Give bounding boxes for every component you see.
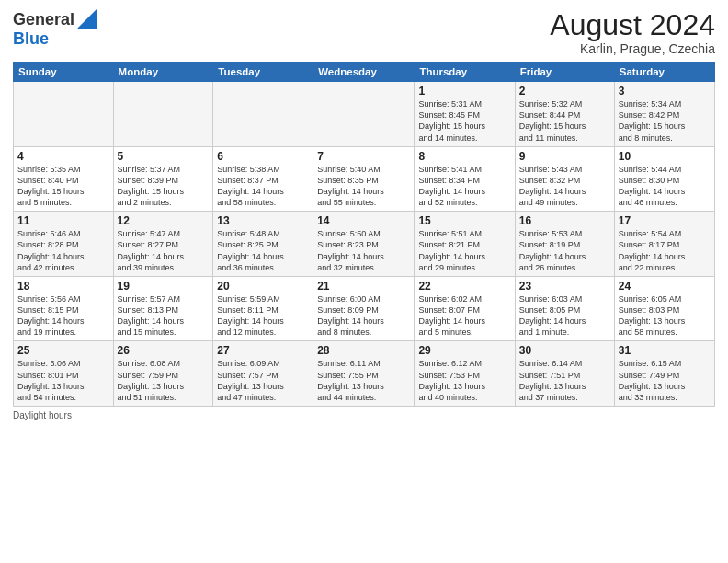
day-number: 1 — [418, 85, 510, 98]
day-info: Sunrise: 6:00 AM Sunset: 8:09 PM Dayligh… — [317, 293, 410, 339]
day-info: Sunrise: 6:09 AM Sunset: 7:57 PM Dayligh… — [217, 358, 309, 403]
day-info: Sunrise: 5:48 AM Sunset: 8:25 PM Dayligh… — [217, 228, 309, 273]
day-number: 21 — [317, 280, 410, 293]
day-number: 8 — [418, 150, 510, 163]
subtitle: Karlin, Prague, Czechia — [550, 41, 715, 56]
day-info: Sunrise: 6:08 AM Sunset: 7:59 PM Dayligh… — [118, 358, 210, 403]
day-header-sunday: Sunday — [14, 63, 114, 82]
day-number: 20 — [217, 280, 309, 293]
day-header-monday: Monday — [113, 63, 213, 82]
calendar-cell: 16Sunrise: 5:53 AM Sunset: 8:19 PM Dayli… — [515, 212, 614, 277]
main-title: August 2024 — [550, 9, 715, 41]
day-number: 30 — [519, 344, 610, 357]
day-number: 26 — [118, 344, 210, 357]
calendar-cell: 20Sunrise: 5:59 AM Sunset: 8:11 PM Dayli… — [213, 276, 313, 341]
calendar-cell: 8Sunrise: 5:41 AM Sunset: 8:34 PM Daylig… — [415, 146, 515, 212]
calendar-cell: 10Sunrise: 5:44 AM Sunset: 8:30 PM Dayli… — [614, 146, 714, 212]
day-number: 4 — [17, 150, 109, 163]
calendar-cell: 23Sunrise: 6:03 AM Sunset: 8:05 PM Dayli… — [515, 276, 614, 341]
day-number: 23 — [519, 280, 610, 293]
calendar-cell: 29Sunrise: 6:12 AM Sunset: 7:53 PM Dayli… — [415, 341, 515, 407]
calendar-cell: 31Sunrise: 6:15 AM Sunset: 7:49 PM Dayli… — [614, 341, 714, 407]
day-header-thursday: Thursday — [415, 63, 515, 82]
day-number: 24 — [619, 280, 711, 293]
calendar-cell: 17Sunrise: 5:54 AM Sunset: 8:17 PM Dayli… — [614, 212, 714, 277]
calendar-cell: 7Sunrise: 5:40 AM Sunset: 8:35 PM Daylig… — [313, 146, 415, 212]
day-number: 31 — [619, 344, 711, 357]
calendar-cell — [213, 82, 313, 147]
calendar-week-row: 1Sunrise: 5:31 AM Sunset: 8:45 PM Daylig… — [14, 82, 715, 147]
day-header-wednesday: Wednesday — [313, 63, 415, 82]
calendar-table: SundayMondayTuesdayWednesdayThursdayFrid… — [13, 62, 715, 407]
day-info: Sunrise: 5:38 AM Sunset: 8:37 PM Dayligh… — [217, 164, 309, 209]
logo-icon — [76, 9, 97, 29]
day-info: Sunrise: 5:37 AM Sunset: 8:39 PM Dayligh… — [118, 164, 210, 209]
calendar-header-row: SundayMondayTuesdayWednesdayThursdayFrid… — [14, 63, 715, 82]
calendar-cell: 28Sunrise: 6:11 AM Sunset: 7:55 PM Dayli… — [313, 341, 415, 407]
calendar-week-row: 4Sunrise: 5:35 AM Sunset: 8:40 PM Daylig… — [14, 146, 715, 212]
day-info: Sunrise: 6:02 AM Sunset: 8:07 PM Dayligh… — [418, 293, 510, 339]
footer-note: Daylight hours — [13, 410, 715, 420]
day-number: 28 — [317, 344, 410, 357]
calendar-week-row: 18Sunrise: 5:56 AM Sunset: 8:15 PM Dayli… — [14, 276, 715, 341]
page: General Blue August 2024 Karlin, Prague,… — [0, 0, 728, 563]
day-number: 25 — [17, 344, 109, 357]
day-info: Sunrise: 6:14 AM Sunset: 7:51 PM Dayligh… — [519, 358, 610, 403]
day-info: Sunrise: 6:12 AM Sunset: 7:53 PM Dayligh… — [418, 358, 510, 403]
day-header-saturday: Saturday — [614, 63, 714, 82]
day-info: Sunrise: 5:44 AM Sunset: 8:30 PM Dayligh… — [619, 164, 711, 209]
day-number: 19 — [118, 280, 210, 293]
day-info: Sunrise: 5:56 AM Sunset: 8:15 PM Dayligh… — [17, 293, 109, 339]
day-info: Sunrise: 5:46 AM Sunset: 8:28 PM Dayligh… — [17, 228, 109, 273]
header: General Blue August 2024 Karlin, Prague,… — [13, 9, 715, 56]
day-info: Sunrise: 5:31 AM Sunset: 8:45 PM Dayligh… — [418, 98, 510, 144]
calendar-cell: 5Sunrise: 5:37 AM Sunset: 8:39 PM Daylig… — [113, 146, 213, 212]
day-info: Sunrise: 5:50 AM Sunset: 8:23 PM Dayligh… — [317, 228, 410, 273]
calendar-cell: 11Sunrise: 5:46 AM Sunset: 8:28 PM Dayli… — [14, 212, 114, 277]
day-header-tuesday: Tuesday — [213, 63, 313, 82]
calendar-cell: 18Sunrise: 5:56 AM Sunset: 8:15 PM Dayli… — [14, 276, 114, 341]
day-info: Sunrise: 5:59 AM Sunset: 8:11 PM Dayligh… — [217, 293, 309, 339]
title-block: August 2024 Karlin, Prague, Czechia — [550, 9, 715, 56]
calendar-cell: 27Sunrise: 6:09 AM Sunset: 7:57 PM Dayli… — [213, 341, 313, 407]
day-info: Sunrise: 5:41 AM Sunset: 8:34 PM Dayligh… — [418, 164, 510, 209]
day-number: 10 — [619, 150, 711, 163]
calendar-cell: 14Sunrise: 5:50 AM Sunset: 8:23 PM Dayli… — [313, 212, 415, 277]
calendar-cell: 2Sunrise: 5:32 AM Sunset: 8:44 PM Daylig… — [515, 82, 614, 147]
day-info: Sunrise: 6:15 AM Sunset: 7:49 PM Dayligh… — [619, 358, 711, 403]
svg-marker-0 — [76, 9, 97, 29]
calendar-cell: 6Sunrise: 5:38 AM Sunset: 8:37 PM Daylig… — [213, 146, 313, 212]
calendar-cell — [14, 82, 114, 147]
day-info: Sunrise: 5:32 AM Sunset: 8:44 PM Dayligh… — [519, 98, 610, 144]
day-info: Sunrise: 5:54 AM Sunset: 8:17 PM Dayligh… — [619, 228, 711, 273]
day-number: 22 — [418, 280, 510, 293]
day-number: 14 — [317, 214, 410, 227]
calendar-week-row: 11Sunrise: 5:46 AM Sunset: 8:28 PM Dayli… — [14, 212, 715, 277]
day-header-friday: Friday — [515, 63, 614, 82]
day-number: 27 — [217, 344, 309, 357]
calendar-cell: 4Sunrise: 5:35 AM Sunset: 8:40 PM Daylig… — [14, 146, 114, 212]
day-number: 9 — [519, 150, 610, 163]
day-number: 11 — [17, 214, 109, 227]
calendar-cell — [113, 82, 213, 147]
calendar-cell: 30Sunrise: 6:14 AM Sunset: 7:51 PM Dayli… — [515, 341, 614, 407]
calendar-cell: 9Sunrise: 5:43 AM Sunset: 8:32 PM Daylig… — [515, 146, 614, 212]
day-info: Sunrise: 6:05 AM Sunset: 8:03 PM Dayligh… — [619, 293, 711, 339]
day-number: 16 — [519, 214, 610, 227]
day-info: Sunrise: 5:57 AM Sunset: 8:13 PM Dayligh… — [118, 293, 210, 339]
calendar-cell: 22Sunrise: 6:02 AM Sunset: 8:07 PM Dayli… — [415, 276, 515, 341]
day-info: Sunrise: 5:43 AM Sunset: 8:32 PM Dayligh… — [519, 164, 610, 209]
calendar-cell: 26Sunrise: 6:08 AM Sunset: 7:59 PM Dayli… — [113, 341, 213, 407]
calendar-week-row: 25Sunrise: 6:06 AM Sunset: 8:01 PM Dayli… — [14, 341, 715, 407]
calendar-cell: 15Sunrise: 5:51 AM Sunset: 8:21 PM Dayli… — [415, 212, 515, 277]
day-info: Sunrise: 6:03 AM Sunset: 8:05 PM Dayligh… — [519, 293, 610, 339]
day-info: Sunrise: 5:47 AM Sunset: 8:27 PM Dayligh… — [118, 228, 210, 273]
day-info: Sunrise: 6:06 AM Sunset: 8:01 PM Dayligh… — [17, 358, 109, 403]
day-info: Sunrise: 5:40 AM Sunset: 8:35 PM Dayligh… — [317, 164, 410, 209]
day-info: Sunrise: 5:53 AM Sunset: 8:19 PM Dayligh… — [519, 228, 610, 273]
day-number: 15 — [418, 214, 510, 227]
calendar-cell: 25Sunrise: 6:06 AM Sunset: 8:01 PM Dayli… — [14, 341, 114, 407]
calendar-cell: 24Sunrise: 6:05 AM Sunset: 8:03 PM Dayli… — [614, 276, 714, 341]
calendar-cell: 1Sunrise: 5:31 AM Sunset: 8:45 PM Daylig… — [415, 82, 515, 147]
calendar-cell: 3Sunrise: 5:34 AM Sunset: 8:42 PM Daylig… — [614, 82, 714, 147]
